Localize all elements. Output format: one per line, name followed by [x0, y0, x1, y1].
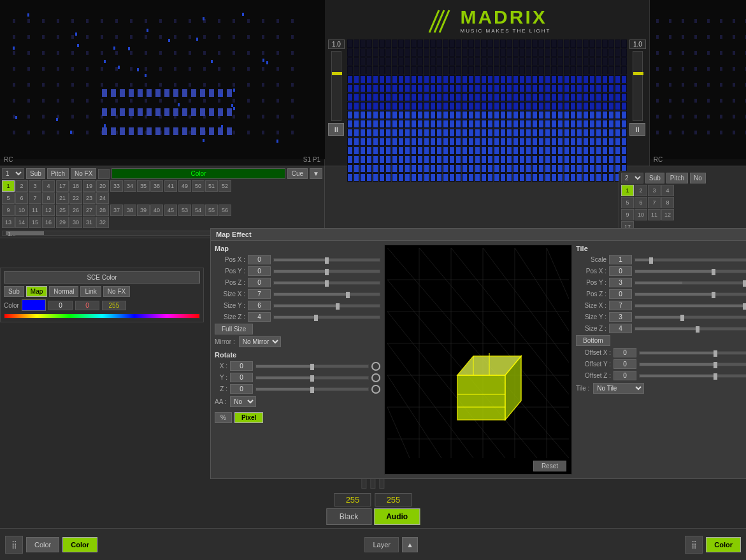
black-btn[interactable]: Black — [326, 508, 371, 525]
tile-size-y-input[interactable] — [609, 312, 632, 322]
tile-select[interactable]: No TileTile XTile YTile Z — [593, 383, 644, 394]
bottom-color-btn1[interactable]: Color — [26, 537, 59, 552]
color-b-input[interactable] — [102, 301, 126, 310]
grid-24[interactable]: 24 — [96, 192, 109, 204]
grid-3[interactable]: 3 — [29, 180, 41, 192]
right-grid-6[interactable]: 6 — [635, 197, 647, 208]
grid-26[interactable]: 26 — [69, 205, 82, 216]
right-pitch-btn[interactable]: Pitch — [666, 173, 688, 183]
grid-30[interactable]: 30 — [69, 217, 82, 228]
color-g-input[interactable] — [75, 301, 99, 310]
right-grid-8[interactable]: 8 — [661, 197, 674, 208]
grid-19[interactable]: 19 — [83, 180, 96, 192]
reset-btn[interactable]: Reset — [533, 461, 566, 471]
grid-5[interactable]: 5 — [2, 192, 15, 204]
rot-y-input[interactable] — [230, 373, 253, 382]
size-x-input[interactable] — [248, 289, 271, 299]
right-grid-10[interactable]: 10 — [635, 209, 647, 220]
grid-23[interactable]: 23 — [83, 192, 96, 204]
grid-33[interactable]: 33 — [110, 180, 123, 192]
grid-7[interactable]: 7 — [29, 192, 41, 204]
grid-40[interactable]: 40 — [150, 205, 163, 216]
grid-11[interactable]: 11 — [29, 205, 41, 216]
grid-32[interactable]: 32 — [96, 217, 109, 228]
grid-52[interactable]: 52 — [219, 180, 231, 192]
right-sub-btn[interactable]: Sub — [645, 173, 664, 183]
pause-btn-right[interactable]: ⏸ — [629, 123, 645, 136]
left-pitch-btn[interactable]: Pitch — [47, 168, 69, 179]
rot-x-input[interactable] — [230, 361, 253, 371]
grid-38a[interactable]: 38 — [150, 180, 163, 192]
right-grid-11[interactable]: 11 — [648, 209, 661, 220]
grid-49[interactable]: 49 — [178, 180, 191, 192]
grid-1[interactable]: 1 — [2, 180, 15, 192]
pos-y-input[interactable] — [248, 266, 271, 276]
tile-scale-input[interactable] — [609, 255, 632, 264]
left-cue-btn[interactable]: Cue — [287, 168, 308, 179]
left-sub-btn[interactable]: Sub — [26, 168, 45, 179]
color-swatch[interactable] — [22, 299, 46, 311]
grid-55[interactable]: 55 — [205, 205, 218, 216]
tile-size-z-input[interactable] — [609, 324, 632, 333]
right-grid-4[interactable]: 4 — [661, 185, 674, 196]
bc-val-left[interactable] — [334, 493, 371, 506]
nofx-btn2[interactable]: No FX — [103, 286, 130, 297]
pixel-btn[interactable]: Pixel — [234, 412, 263, 423]
grid-51[interactable]: 51 — [205, 180, 218, 192]
grid-34[interactable]: 34 — [124, 180, 136, 192]
tile-pos-z-input[interactable] — [609, 289, 632, 299]
right-grid-2[interactable]: 2 — [635, 185, 647, 196]
grid-6[interactable]: 6 — [15, 192, 28, 204]
grid-50[interactable]: 50 — [192, 180, 204, 192]
right-grid-9[interactable]: 9 — [621, 209, 634, 220]
bottom-btn[interactable]: Bottom — [576, 335, 610, 346]
grid-22[interactable]: 22 — [69, 192, 82, 204]
grid-37[interactable]: 37 — [110, 205, 123, 216]
bottom-icon-left[interactable]: ⣿ — [5, 536, 23, 554]
grid-28[interactable]: 28 — [96, 205, 109, 216]
tile-offset-x-input[interactable] — [613, 348, 636, 357]
grid-12[interactable]: 12 — [42, 205, 55, 216]
grid-18[interactable]: 18 — [69, 180, 82, 192]
right-grid-1[interactable]: 1 — [621, 185, 634, 196]
grid-56[interactable]: 56 — [219, 205, 231, 216]
link-btn2[interactable]: Link — [80, 286, 101, 297]
tile-pos-y-input[interactable] — [609, 278, 632, 287]
bottom-icon-right[interactable]: ⣿ — [685, 536, 703, 554]
tile-pos-x-input[interactable] — [609, 266, 632, 276]
layer-arrow-btn[interactable]: ▲ — [402, 537, 418, 552]
grid-21[interactable]: 21 — [56, 192, 69, 204]
pct-btn[interactable]: % — [215, 412, 232, 423]
grid-2[interactable]: 2 — [15, 180, 28, 192]
left-dropdown-btn[interactable]: ▼ — [310, 168, 322, 179]
tile-offset-y-input[interactable] — [613, 359, 636, 369]
grid-45[interactable]: 45 — [164, 205, 177, 216]
audio-btn[interactable]: Audio — [374, 508, 420, 525]
grid-17[interactable]: 17 — [56, 180, 69, 192]
grid-41[interactable]: 41 — [164, 180, 177, 192]
grid-35[interactable]: 35 — [137, 180, 150, 192]
grid-54[interactable]: 54 — [192, 205, 204, 216]
pause-btn-left[interactable]: ⏸ — [328, 123, 344, 136]
bc-val-right[interactable] — [375, 493, 412, 506]
aa-select[interactable]: NoYes — [230, 396, 256, 407]
left-strip-num-select[interactable]: 12 — [2, 168, 24, 179]
layer-btn[interactable]: Layer — [364, 537, 399, 552]
rot-z-input[interactable] — [230, 384, 253, 394]
size-y-input[interactable] — [248, 301, 271, 310]
grid-20[interactable]: 20 — [96, 180, 109, 192]
grid-27[interactable]: 27 — [83, 205, 96, 216]
right-grid-12[interactable]: 12 — [661, 209, 674, 220]
grid-39[interactable]: 39 — [137, 205, 150, 216]
right-no-btn[interactable]: No — [690, 173, 706, 183]
bottom-color-active-btn[interactable]: Color — [62, 537, 97, 552]
map-btn2[interactable]: Map — [26, 286, 47, 297]
grid-25[interactable]: 25 — [56, 205, 69, 216]
full-size-btn[interactable]: Full Size — [215, 324, 253, 334]
left-nofx-btn[interactable]: No FX — [71, 168, 96, 179]
grid-38b[interactable]: 38 — [124, 205, 136, 216]
right-grid-7[interactable]: 7 — [648, 197, 661, 208]
grid-8[interactable]: 8 — [42, 192, 55, 204]
size-z-input[interactable] — [248, 312, 271, 322]
mirror-select[interactable]: No MirrorXYZ — [239, 336, 281, 347]
